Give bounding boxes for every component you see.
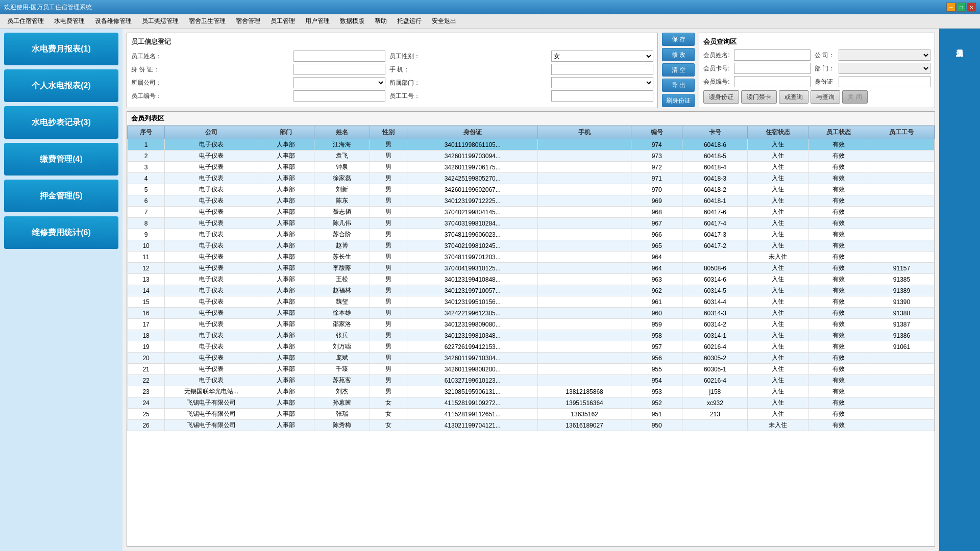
sidebar-deposit-manage[interactable]: 押金管理(5) <box>4 180 118 212</box>
table-row[interactable]: 16电子仪表人事部徐本雄男342422199612305...96060314-… <box>128 308 935 319</box>
table-cell: 入住 <box>748 240 808 252</box>
menu-equipment-repair[interactable]: 设备维修管理 <box>90 15 137 28</box>
menu-data-template[interactable]: 数据模版 <box>335 15 370 28</box>
sidebar-meter-record[interactable]: 水电抄表记录(3) <box>4 106 118 139</box>
menu-user-manage[interactable]: 用户管理 <box>300 15 335 28</box>
phone-input[interactable] <box>551 64 653 75</box>
table-cell: 22 <box>128 375 165 386</box>
table-row[interactable]: 12电子仪表人事部李馥蕗男370404199310125...96480508-… <box>128 263 935 274</box>
department-select[interactable] <box>551 77 653 88</box>
table-row[interactable]: 23无锡国联华光电站...人事部刘杰男321085195906131...138… <box>128 386 935 397</box>
clear-button[interactable]: 清 空 <box>662 63 695 77</box>
table-row[interactable]: 7电子仪表人事部聂志韬男370402199804145...96860417-6… <box>128 207 935 218</box>
table-cell: 入住 <box>748 162 808 173</box>
modify-button[interactable]: 修 改 <box>662 48 695 61</box>
table-cell: 16 <box>128 308 165 319</box>
table-row[interactable]: 11电子仪表人事部苏长生男370481199701203...964未入住有效 <box>128 252 935 263</box>
minimize-button[interactable]: ─ <box>946 3 955 12</box>
table-cell: 60216-4 <box>682 341 748 353</box>
table-cell <box>538 285 631 296</box>
mq-id-input[interactable] <box>839 76 930 87</box>
name-input[interactable] <box>293 51 385 62</box>
table-row[interactable]: 10电子仪表人事部赵博男370402199810245...96560417-2… <box>128 240 935 252</box>
table-row[interactable]: 15电子仪表人事部魏玺男340123199510156...96160314-4… <box>128 296 935 308</box>
table-row[interactable]: 20电子仪表人事部庞斌男342601199710304...95660305-2… <box>128 353 935 364</box>
table-cell <box>538 195 631 207</box>
sidebar-monthly-report[interactable]: 水电费月报表(1) <box>4 33 118 65</box>
table-row[interactable]: 21电子仪表人事部千臻男342601199808200...95560305-1… <box>128 364 935 375</box>
table-row[interactable]: 19电子仪表人事部刘万聪男622726199412153...95760216-… <box>128 341 935 353</box>
table-cell: 13635162 <box>538 409 631 420</box>
table-row[interactable]: 22电子仪表人事部苏苑客男610327199610123...95460216-… <box>128 375 935 386</box>
menu-water-electric[interactable]: 水电费管理 <box>49 15 90 28</box>
table-row[interactable]: 14电子仪表人事部赵福林男340123199710057...96260314-… <box>128 285 935 296</box>
menu-dorm-manage[interactable]: 宿舍管理 <box>231 15 265 28</box>
member-query-title: 会员查询区 <box>703 37 930 46</box>
empno-input[interactable]: 975 <box>293 90 385 102</box>
gender-select[interactable]: 女 男 <box>551 51 653 62</box>
read-id-button[interactable]: 读身份证 <box>703 90 739 104</box>
table-cell: 342601199706175... <box>407 162 538 173</box>
table-row[interactable]: 6电子仪表人事部陈东男340123199712225...96960418-1入… <box>128 195 935 207</box>
table-cell <box>869 184 934 195</box>
member-query-buttons: 读身份证 读门禁卡 或查询 与查询 关 闭 <box>703 90 930 104</box>
table-row[interactable]: 8电子仪表人事部陈几伟男370403199810284...96760417-4… <box>128 218 935 229</box>
sidebar-personal-report[interactable]: 个人水电报表(2) <box>4 69 118 102</box>
company-select[interactable] <box>293 77 385 88</box>
table-cell: 电子仪表 <box>165 263 258 274</box>
menu-safe-exit[interactable]: 安全退出 <box>427 15 461 28</box>
table-cell: 入住 <box>748 184 808 195</box>
menu-reward-punish[interactable]: 员工奖惩管理 <box>137 15 184 28</box>
menu-employee-dorm[interactable]: 员工住宿管理 <box>2 15 49 28</box>
table-cell: 男 <box>370 151 407 162</box>
table-row[interactable]: 18电子仪表人事部张兵男340123199810348...95860314-1… <box>128 330 935 341</box>
table-row[interactable]: 26飞锡电子有限公司人事部陈秀梅女413021199704121...13616… <box>128 420 935 431</box>
table-cell: 342425199805270... <box>407 173 538 184</box>
table-row[interactable]: 2电子仪表人事部袁飞男342601199703094...97360418-5入… <box>128 151 935 162</box>
table-row[interactable]: 25飞锡电子有限公司人事部张瑞女411528199112651...136351… <box>128 409 935 420</box>
and-query-button[interactable]: 与查询 <box>811 90 840 104</box>
table-row[interactable]: 17电子仪表人事部邵家洛男340123199809080...95960314-… <box>128 319 935 330</box>
table-cell: 12 <box>128 263 165 274</box>
menu-tray-run[interactable]: 托盘运行 <box>392 15 427 28</box>
menu-employee-manage[interactable]: 员工管理 <box>265 15 300 28</box>
table-cell: 有效 <box>808 364 869 375</box>
scan-id-button[interactable]: 刷身份证 <box>662 94 695 107</box>
close-button[interactable]: 关 闭 <box>842 90 867 104</box>
sidebar-repair-stats[interactable]: 维修费用统计(6) <box>4 216 118 249</box>
table-row[interactable]: 5电子仪表人事部刘新男342601199602067...97060418-2入… <box>128 184 935 195</box>
mq-card-input[interactable] <box>734 63 811 74</box>
right-panel-label[interactable]: 员工信息 <box>952 39 967 49</box>
table-row[interactable]: 9电子仪表人事部苏合阶男370481199606023...96660417-3… <box>128 229 935 240</box>
mq-name-input[interactable] <box>734 49 811 61</box>
table-cell: 电子仪表 <box>165 207 258 218</box>
sidebar-payment-manage[interactable]: 缴费管理(4) <box>4 143 118 176</box>
mq-dept-select[interactable] <box>839 63 930 74</box>
or-query-button[interactable]: 或查询 <box>779 90 808 104</box>
id-input[interactable] <box>293 64 385 75</box>
maximize-button[interactable]: □ <box>957 3 966 12</box>
table-cell <box>869 252 934 263</box>
menu-dorm-sanitation[interactable]: 宿舍卫生管理 <box>184 15 231 28</box>
table-row[interactable]: 4电子仪表人事部徐家磊男342425199805270...97160418-3… <box>128 173 935 184</box>
mq-memberno-input[interactable] <box>734 76 811 87</box>
workno-input[interactable] <box>551 90 653 102</box>
table-cell: 有效 <box>808 386 869 397</box>
read-card-button[interactable]: 读门禁卡 <box>741 90 777 104</box>
table-row[interactable]: 24飞锡电子有限公司人事部孙蒽茜女411528199109272...13951… <box>128 397 935 409</box>
export-button[interactable]: 导 出 <box>662 79 695 92</box>
table-row[interactable]: 3电子仪表人事部钟泉男342601199706175...97260418-4入… <box>128 162 935 173</box>
table-cell <box>869 151 934 162</box>
mq-company-select[interactable] <box>839 49 930 61</box>
table-container[interactable]: 序号 公司 部门 姓名 性别 身份证 手机 编号 卡号 住宿状态 员工状态 员工… <box>127 126 935 546</box>
table-cell: 13 <box>128 274 165 285</box>
table-cell: 有效 <box>808 229 869 240</box>
table-cell: 有效 <box>808 296 869 308</box>
table-row[interactable]: 13电子仪表人事部王松男340123199410848...96360314-6… <box>128 274 935 285</box>
save-button[interactable]: 保 存 <box>662 33 695 46</box>
table-cell: 91387 <box>869 319 934 330</box>
table-row[interactable]: 1电子仪表人事部江海海男340111998061105...97460418-6… <box>128 139 935 151</box>
close-button[interactable]: ✕ <box>967 3 976 12</box>
table-cell: 622726199412153... <box>407 341 538 353</box>
menu-help[interactable]: 帮助 <box>370 15 392 28</box>
